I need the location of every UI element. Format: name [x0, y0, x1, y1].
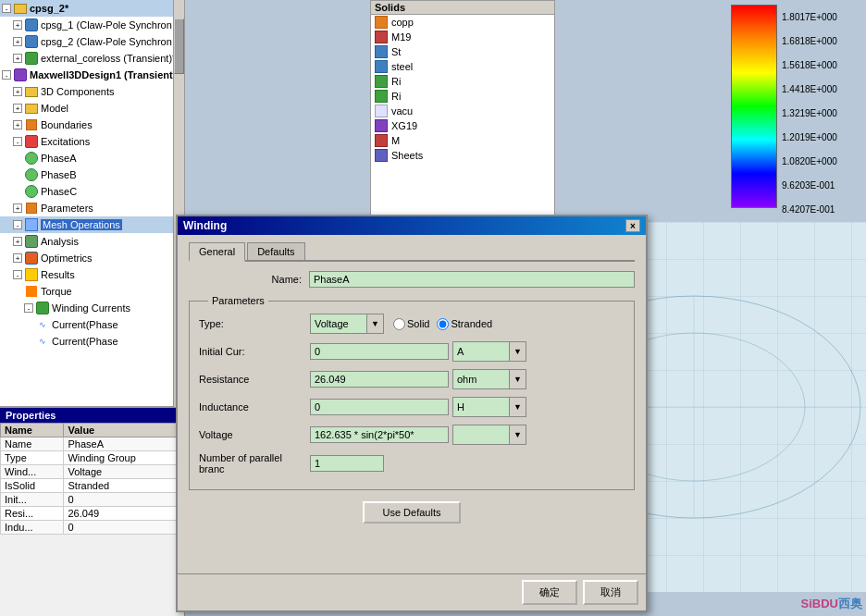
- type-dropdown[interactable]: Voltage ▼: [310, 314, 384, 334]
- expand-icon[interactable]: +: [13, 87, 22, 96]
- initial-current-unit-btn[interactable]: ▼: [509, 342, 526, 361]
- tree-item-analysis[interactable]: + Analysis: [0, 233, 184, 250]
- close-button[interactable]: ×: [625, 219, 640, 232]
- solid-item-sheets[interactable]: Sheets: [371, 148, 554, 163]
- tree-label-winding-currents: Winding Currents: [52, 302, 130, 314]
- voltage-unit-dropdown[interactable]: ▼: [452, 425, 526, 445]
- dialog-title: Winding: [183, 219, 227, 232]
- initial-current-unit-dropdown[interactable]: A ▼: [452, 341, 526, 362]
- solid-item-st[interactable]: St: [371, 44, 554, 59]
- tree-item-torque[interactable]: Torque: [0, 283, 184, 300]
- stranded-radio[interactable]: [437, 318, 449, 330]
- inductance-unit-dropdown[interactable]: H ▼: [452, 397, 526, 417]
- type-row: Type: Voltage ▼ Solid Stranded: [199, 314, 625, 334]
- solid-radio[interactable]: [393, 318, 405, 330]
- property-value-cell: PhaseA: [64, 437, 185, 451]
- expand-icon[interactable]: +: [13, 237, 22, 246]
- tree-item-phaseC[interactable]: PhaseC: [0, 183, 184, 200]
- solid-item-ri1[interactable]: Ri: [371, 74, 554, 89]
- expand-icon[interactable]: +: [13, 203, 22, 213]
- tree-label-optimetrics: Optimetrics: [41, 253, 93, 264]
- tree-area[interactable]: - cpsg_2* + cpsg_1 (Claw-Pole Synchronou…: [0, 0, 184, 407]
- expand-icon[interactable]: +: [13, 54, 22, 63]
- solid-item-xg19[interactable]: XG19: [371, 118, 554, 133]
- scrollbar-thumb[interactable]: [174, 18, 184, 74]
- tree-item-optimetrics[interactable]: + Optimetrics: [0, 250, 184, 266]
- folder-icon3: [24, 101, 39, 116]
- initial-current-input[interactable]: [310, 343, 449, 360]
- voltage-input[interactable]: [310, 426, 449, 443]
- watermark-text: SiBDU: [801, 597, 838, 610]
- expand-icon[interactable]: +: [13, 20, 22, 30]
- tree-item-model[interactable]: + Model: [0, 100, 184, 117]
- tab-defaults[interactable]: Defaults: [247, 242, 304, 260]
- expand-icon[interactable]: +: [13, 104, 22, 113]
- voltage-unit: [453, 433, 509, 437]
- cancel-button[interactable]: 取消: [583, 580, 638, 605]
- properties-row: NamePhaseA: [1, 437, 185, 451]
- resistance-input[interactable]: [310, 371, 449, 388]
- tree-label-phaseA: PhaseA: [41, 153, 77, 164]
- tree-item-parameters[interactable]: + Parameters: [0, 200, 184, 216]
- solid-item-m19[interactable]: M19: [371, 30, 554, 44]
- parallel-input[interactable]: [310, 455, 384, 472]
- tree-item-cpsg1[interactable]: + cpsg_1 (Claw-Pole Synchronous Machine): [0, 17, 184, 33]
- tree-item-maxwell[interactable]: - Maxwell3DDesign1 (Transient)*: [0, 67, 184, 83]
- tree-item-cpsg2[interactable]: - cpsg_2*: [0, 0, 184, 17]
- tree-item-phaseA[interactable]: PhaseA: [0, 150, 184, 166]
- solid-label-m2: M: [391, 135, 400, 146]
- tree-item-currentA[interactable]: ∿ Current(Phase: [0, 316, 184, 333]
- solid-label-ri2: Ri: [391, 91, 401, 102]
- inductance-unit: H: [453, 400, 509, 414]
- expand-icon[interactable]: -: [24, 303, 33, 313]
- tree-item-excitations[interactable]: - Excitations: [0, 133, 184, 150]
- winding-icon: [24, 151, 39, 166]
- tree-item-phaseB[interactable]: PhaseB: [0, 166, 184, 183]
- solid-icon-sheets: [375, 149, 388, 162]
- solid-radio-label[interactable]: Solid: [393, 318, 429, 330]
- type-dropdown-btn[interactable]: ▼: [366, 314, 383, 333]
- expand-icon[interactable]: +: [13, 37, 22, 46]
- inductance-unit-btn[interactable]: ▼: [509, 398, 526, 416]
- stranded-radio-label[interactable]: Stranded: [437, 318, 492, 330]
- stranded-label-text: Stranded: [451, 318, 492, 329]
- ok-button[interactable]: 确定: [522, 580, 577, 605]
- expand-icon[interactable]: -: [2, 4, 11, 13]
- tree-label-3dcomp: 3D Components: [41, 86, 115, 97]
- resistance-unit-btn[interactable]: ▼: [509, 370, 526, 388]
- expand-icon[interactable]: +: [13, 120, 22, 129]
- initial-current-row: Initial Cur: A ▼: [199, 341, 625, 362]
- tree-item-meshops[interactable]: - Mesh Operations: [0, 216, 184, 233]
- red-icon2: [24, 134, 39, 149]
- resistance-unit-dropdown[interactable]: ohm ▼: [452, 369, 526, 389]
- expand-icon[interactable]: -: [13, 220, 22, 229]
- tree-label-boundaries: Boundaries: [41, 119, 93, 130]
- solid-item-copp[interactable]: copp: [371, 15, 554, 30]
- tree-item-cpsg2b[interactable]: + cpsg_2 (Claw-Pole Synchronous Machine): [0, 33, 184, 50]
- name-input[interactable]: [309, 271, 635, 288]
- solid-item-steel[interactable]: steel: [371, 59, 554, 74]
- left-panel: - cpsg_2* + cpsg_1 (Claw-Pole Synchronou…: [0, 0, 185, 616]
- tree-item-currentB[interactable]: ∿ Current(Phase: [0, 333, 184, 350]
- tree-label-external: external_coreloss (Transient)*: [41, 53, 176, 64]
- solid-item-vacu[interactable]: vacu: [371, 104, 554, 118]
- voltage-unit-btn[interactable]: ▼: [509, 425, 526, 444]
- tree-item-winding-currents[interactable]: - Winding Currents: [0, 300, 184, 316]
- inductance-row: Inductance H ▼: [199, 397, 625, 417]
- properties-row: Resi...26.049: [1, 507, 185, 521]
- tree-item-boundaries[interactable]: + Boundaries: [0, 117, 184, 133]
- expand-icon[interactable]: -: [13, 137, 22, 146]
- tab-general[interactable]: General: [189, 242, 245, 262]
- tree-item-external[interactable]: + external_coreloss (Transient)*: [0, 50, 184, 67]
- expand-icon[interactable]: -: [2, 70, 11, 80]
- tree-item-results[interactable]: - Results: [0, 266, 184, 283]
- use-defaults-button[interactable]: Use Defaults: [363, 501, 462, 524]
- property-value-cell: Winding Group: [64, 451, 185, 465]
- solid-label-text: Solid: [407, 318, 429, 329]
- expand-icon[interactable]: -: [13, 270, 22, 279]
- expand-icon[interactable]: +: [13, 253, 22, 263]
- tree-item-3dcomp[interactable]: + 3D Components: [0, 83, 184, 100]
- solid-item-m2[interactable]: M: [371, 133, 554, 148]
- inductance-input[interactable]: [310, 399, 449, 415]
- solid-item-ri2[interactable]: Ri: [371, 89, 554, 104]
